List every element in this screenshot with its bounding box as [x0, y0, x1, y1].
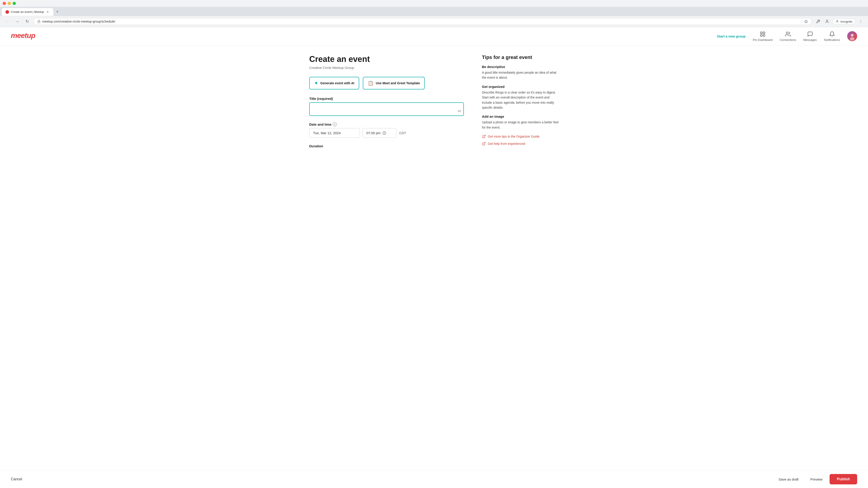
experienced-help-label: Get help from experienced: [488, 142, 525, 145]
char-count: 80: [458, 109, 461, 113]
star-icon[interactable]: [804, 20, 808, 23]
active-tab[interactable]: Create an event | Meetup ✕: [2, 8, 53, 16]
svg-point-6: [861, 22, 861, 23]
lock-icon: [37, 20, 40, 23]
svg-point-3: [837, 20, 838, 22]
form-section: Create an event Creative Circle Meetup G…: [309, 55, 464, 154]
nav-messages[interactable]: Messages: [803, 31, 817, 41]
site-logo[interactable]: meetup: [11, 31, 38, 41]
svg-rect-10: [761, 35, 762, 36]
time-value: 07:00 pm: [366, 131, 381, 135]
date-time-label: Date and time i: [309, 122, 464, 126]
generate-ai-button[interactable]: ✦ Generate event with AI: [309, 77, 359, 90]
tip-descriptive: Be descriptive A good title immediately …: [482, 65, 559, 80]
ai-icon: ✦: [314, 80, 318, 86]
svg-point-5: [861, 21, 861, 22]
site-header: meetup Start a new group Pro Dashboard C…: [0, 27, 868, 45]
external-link-icon-1: [482, 134, 486, 138]
tip-image-text: Upload a photo or image to give members …: [482, 120, 559, 130]
svg-point-12: [786, 32, 788, 34]
tip-image-heading: Add an image: [482, 115, 559, 119]
menu-button[interactable]: [857, 18, 864, 25]
close-window-button[interactable]: [3, 2, 6, 5]
minimize-window-button[interactable]: [8, 2, 11, 5]
date-info-icon[interactable]: i: [333, 122, 337, 126]
address-bar: ← → ↻ meetup.com/creative-circle-meetup-…: [0, 16, 868, 27]
tip-descriptive-heading: Be descriptive: [482, 65, 559, 69]
main-content: Create an event Creative Circle Meetup G…: [298, 45, 569, 163]
duration-label: Duration: [309, 144, 464, 148]
title-input[interactable]: [309, 102, 464, 116]
profile-button[interactable]: [824, 18, 831, 25]
incognito-badge: Incognito: [833, 19, 855, 24]
template-icon: 📋: [368, 80, 373, 86]
svg-point-4: [861, 20, 861, 21]
duration-group: Duration: [309, 144, 464, 148]
experienced-help-link[interactable]: Get help from experienced: [482, 142, 559, 146]
nav-pro-dashboard[interactable]: Pro Dashboard: [753, 31, 772, 41]
connections-icon: [785, 31, 791, 37]
tips-section: Tips for a great event Be descriptive A …: [482, 55, 559, 154]
svg-rect-11: [763, 35, 765, 36]
pro-dashboard-label: Pro Dashboard: [753, 38, 772, 41]
tip-organized: Get organized Describe things in a clear…: [482, 85, 559, 110]
tab-title: Create an event | Meetup: [11, 10, 44, 13]
svg-point-15: [850, 37, 855, 40]
url-bar[interactable]: meetup.com/creative-circle-meetup-group/…: [33, 18, 812, 25]
new-tab-button[interactable]: +: [54, 8, 60, 16]
tip-image: Add an image Upload a photo or image to …: [482, 115, 559, 130]
nav-connections[interactable]: Connections: [780, 31, 796, 41]
title-field-group: Title (required) 80: [309, 97, 464, 116]
svg-marker-1: [805, 20, 808, 23]
title-bar: [0, 0, 868, 7]
meet-greet-button[interactable]: 📋 Use Meet and Greet Template: [363, 77, 425, 90]
date-time-group: Date and time i 07:00 pm CDT: [309, 122, 464, 138]
connections-label: Connections: [780, 38, 796, 41]
page-subtitle: Creative Circle Meetup Group: [309, 66, 464, 70]
extensions-button[interactable]: [814, 18, 822, 25]
timezone-label: CDT: [399, 131, 406, 135]
tab-bar: Create an event | Meetup ✕ +: [0, 7, 868, 16]
title-input-wrapper: 80: [309, 102, 464, 116]
nav-notifications[interactable]: Notifications: [824, 31, 840, 41]
notifications-icon: [829, 31, 835, 37]
window-controls: [3, 2, 16, 5]
organizer-guide-link[interactable]: Get more tips in the Organizer Guide: [482, 134, 559, 138]
generate-ai-label: Generate event with AI: [320, 81, 354, 85]
external-link-icon-2: [482, 142, 486, 146]
quick-actions: ✦ Generate event with AI 📋 Use Meet and …: [309, 77, 464, 90]
svg-line-17: [484, 135, 485, 137]
address-actions: Incognito: [814, 18, 864, 25]
organizer-guide-label: Get more tips in the Organizer Guide: [488, 135, 539, 138]
svg-text:meetup: meetup: [11, 31, 35, 39]
reload-button[interactable]: ↻: [24, 18, 31, 25]
start-group-link[interactable]: Start a new group: [717, 34, 746, 38]
pro-dashboard-icon: [760, 31, 766, 37]
close-tab-button[interactable]: ✕: [46, 10, 50, 14]
maximize-window-button[interactable]: [13, 2, 16, 5]
clock-icon: [382, 131, 386, 135]
header-nav: Pro Dashboard Connections Messages: [753, 31, 857, 41]
svg-rect-8: [761, 32, 762, 34]
messages-icon: [807, 31, 813, 37]
svg-point-2: [827, 20, 828, 21]
date-time-row: 07:00 pm CDT: [309, 128, 464, 138]
svg-rect-9: [763, 32, 765, 34]
svg-line-18: [484, 142, 485, 144]
time-input[interactable]: 07:00 pm: [363, 128, 397, 138]
forward-button[interactable]: →: [13, 18, 21, 25]
tip-organized-heading: Get organized: [482, 85, 559, 89]
svg-point-14: [851, 34, 854, 37]
incognito-label: Incognito: [840, 20, 852, 23]
url-text: meetup.com/creative-circle-meetup-group/…: [42, 20, 802, 23]
svg-rect-0: [38, 21, 40, 23]
tab-favicon: [5, 10, 9, 14]
date-input[interactable]: [309, 128, 360, 138]
tip-descriptive-text: A good title immediately gives people an…: [482, 70, 559, 80]
user-avatar[interactable]: [847, 31, 857, 41]
meet-greet-label: Use Meet and Greet Template: [376, 81, 420, 85]
tip-organized-text: Describe things in a clear order so it's…: [482, 90, 559, 110]
page-title: Create an event: [309, 55, 464, 64]
back-button[interactable]: ←: [4, 18, 11, 25]
tips-title: Tips for a great event: [482, 55, 559, 60]
